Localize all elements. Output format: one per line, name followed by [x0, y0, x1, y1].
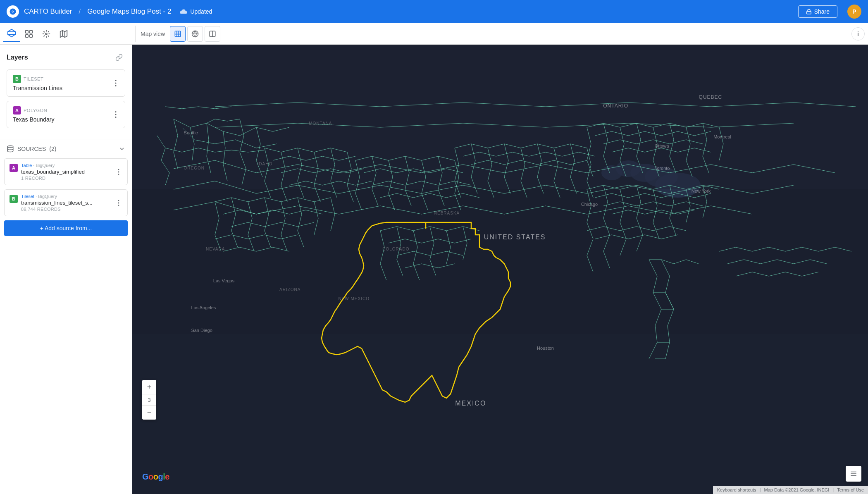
toolbar-view: Map view i: [137, 26, 865, 42]
map-view-label: Map view: [141, 31, 165, 37]
svg-point-10: [45, 33, 47, 35]
svg-marker-11: [60, 30, 67, 37]
svg-rect-6: [26, 30, 28, 33]
map-bottom-bar: Keyboard shortcuts | Map Data ©2021 Goog…: [713, 486, 868, 494]
svg-rect-9: [30, 34, 32, 37]
google-logo: Google: [142, 472, 169, 482]
source-name-b: transmission_lines_tileset_s...: [21, 200, 122, 206]
add-source-button[interactable]: + Add source from...: [4, 220, 128, 236]
source-menu-b[interactable]: [113, 198, 124, 208]
source-menu-a[interactable]: [113, 167, 124, 177]
share-button-label: Share: [814, 8, 830, 15]
zoom-level: 3: [142, 394, 156, 406]
layers-header: Layers: [7, 51, 125, 64]
svg-rect-8: [26, 34, 28, 37]
zoom-out-button[interactable]: −: [142, 406, 156, 420]
layer-menu-texas[interactable]: [110, 109, 122, 120]
toolbar: Map view i: [0, 23, 868, 45]
svg-rect-39: [132, 334, 868, 494]
sources-header[interactable]: SOURCES (2): [0, 139, 132, 158]
svg-rect-2: [806, 11, 811, 14]
source-name-a: texas_boundary_simplified: [21, 169, 122, 175]
svg-point-26: [118, 169, 119, 170]
toolbar-tabs: [3, 26, 136, 42]
layer-type-texas: POLYGON: [24, 108, 47, 113]
svg-rect-38: [132, 45, 868, 189]
header: CARTO Builder / Google Maps Blog Post - …: [0, 0, 868, 23]
header-separator: /: [79, 7, 81, 16]
svg-point-25: [7, 146, 13, 148]
svg-marker-3: [8, 29, 15, 37]
svg-point-27: [118, 171, 119, 172]
cloud-icon: [179, 8, 188, 15]
source-letter-b: B: [10, 195, 18, 203]
layer-card-transmission[interactable]: B TILESET Transmission Lines: [7, 69, 125, 97]
view-btn-2d[interactable]: [170, 26, 186, 42]
tab-layers[interactable]: [3, 26, 20, 42]
avatar[interactable]: P: [847, 5, 861, 19]
svg-rect-7: [30, 30, 32, 33]
source-type-link-a[interactable]: Table: [21, 163, 32, 168]
data-panel-button[interactable]: [846, 466, 861, 482]
app-title: CARTO Builder: [24, 7, 72, 16]
layer-card-texas[interactable]: A POLYGON Texas Boundary: [7, 101, 125, 128]
layer-menu-transmission[interactable]: [110, 77, 122, 89]
layer-type-transmission: TILESET: [24, 76, 43, 81]
svg-point-31: [118, 205, 119, 206]
link-layers-button[interactable]: [113, 51, 125, 64]
updated-text: Updated: [190, 8, 212, 15]
tab-interactions[interactable]: [38, 26, 55, 42]
layer-badge-b: B: [13, 75, 21, 83]
zoom-controls: + 3 −: [142, 380, 156, 420]
svg-point-21: [115, 85, 116, 86]
map-area[interactable]: United States Mexico ONTARIO QUEBEC Seat…: [132, 45, 868, 494]
terms-link[interactable]: Terms of Use: [837, 487, 864, 492]
separator1: |: [760, 487, 761, 492]
view-btn-split[interactable]: [205, 26, 220, 42]
svg-point-1: [12, 11, 14, 12]
map-svg: [132, 45, 868, 494]
layers-title: Layers: [7, 54, 28, 61]
source-letter-a: A: [10, 164, 18, 172]
svg-point-20: [115, 82, 116, 84]
svg-point-29: [118, 200, 119, 201]
source-card-b[interactable]: B Tileset · BigQuery transmission_lines_…: [4, 189, 128, 216]
avatar-initials: P: [852, 8, 856, 15]
source-type-b: Tileset · BigQuery: [21, 194, 57, 199]
sidebar: Layers B TILESET Transmission Lines: [0, 45, 132, 494]
main-layout: Layers B TILESET Transmission Lines: [0, 45, 868, 494]
info-button[interactable]: i: [851, 27, 865, 41]
svg-point-30: [118, 202, 119, 203]
keyboard-shortcuts-link[interactable]: Keyboard shortcuts: [717, 487, 756, 492]
layer-badge-a: A: [13, 106, 21, 115]
source-card-a[interactable]: A Table · BigQuery texas_boundary_simpli…: [4, 158, 128, 185]
view-btn-globe[interactable]: [187, 26, 203, 42]
sources-section: SOURCES (2) A Table · BigQuery: [0, 139, 132, 241]
share-button[interactable]: Share: [798, 5, 837, 18]
tab-widgets[interactable]: [21, 26, 37, 42]
source-type-link-b[interactable]: Tileset: [21, 194, 34, 199]
map-data-text: Map Data ©2021 Google, INEGI: [764, 487, 829, 492]
source-type-a: Table · BigQuery: [21, 163, 55, 168]
svg-point-23: [115, 114, 116, 115]
svg-point-28: [118, 174, 119, 175]
layers-section: Layers B TILESET Transmission Lines: [0, 45, 132, 139]
separator2: |: [832, 487, 834, 492]
sources-header-left: SOURCES (2): [7, 145, 56, 153]
tab-basemap[interactable]: [55, 26, 72, 42]
layer-name-transmission: Transmission Lines: [13, 85, 119, 91]
zoom-in-button[interactable]: +: [142, 380, 156, 394]
updated-badge: Updated: [179, 8, 212, 15]
source-records-a: 1 RECORD: [21, 176, 122, 181]
svg-rect-14: [175, 31, 181, 37]
sources-label: SOURCES: [17, 146, 46, 152]
carto-logo: [7, 5, 19, 18]
svg-point-24: [115, 117, 116, 118]
source-records-b: 89,744 RECORDS: [21, 207, 122, 212]
add-source-label: + Add source from...: [40, 225, 92, 231]
sources-chevron: [119, 146, 125, 152]
sources-count: (2): [49, 146, 56, 152]
svg-point-19: [115, 80, 116, 81]
svg-point-22: [115, 111, 116, 112]
doc-title: Google Maps Blog Post - 2: [87, 7, 171, 16]
